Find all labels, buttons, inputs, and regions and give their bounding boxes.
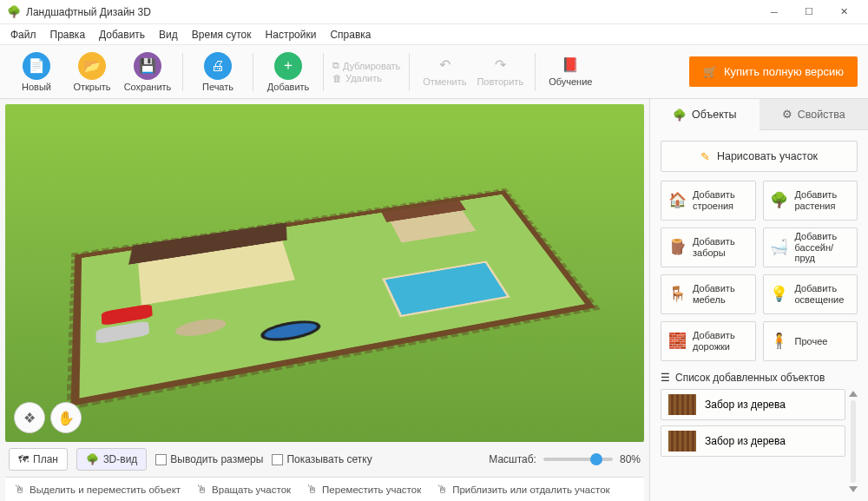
plan-icon: 🗺 [18, 453, 29, 465]
book-icon: 📕 [562, 56, 579, 73]
item-thumb [668, 394, 696, 415]
scroll-down-icon[interactable] [849, 486, 858, 492]
status-move: 🖱Переместить участок [306, 483, 421, 496]
pool [382, 260, 510, 317]
layers-icon: ☰ [661, 372, 670, 384]
house-icon: 🏠 [667, 191, 687, 210]
tree-icon: 🌳 [86, 453, 99, 465]
learn-button[interactable]: 📕Обучение [544, 56, 596, 87]
duplicate-delete-group: ⧉Дублировать 🗑Удалить [332, 60, 400, 83]
duplicate-icon: ⧉ [332, 60, 339, 71]
chair-icon: 🪑 [667, 285, 687, 304]
fence-icon: 🪵 [667, 238, 687, 257]
mouse-icon: 🖱 [14, 483, 25, 496]
trampoline [259, 317, 324, 345]
cat-plants[interactable]: 🌳Добавить растения [763, 181, 858, 221]
cat-pools[interactable]: 🛁Добавить бассейн/пруд [763, 227, 858, 267]
cart-icon: 🛒 [703, 65, 717, 78]
window-title: Ландшафтный Дизайн 3D [26, 6, 757, 18]
3d-canvas[interactable]: ❖ ✋ [5, 104, 644, 442]
menu-add[interactable]: Добавить [92, 29, 152, 41]
viewport-panel: ❖ ✋ 🗺План 🌳3D-вид Выводить размеры Показ… [0, 99, 649, 501]
house [138, 234, 295, 306]
mouse-icon: 🖱 [306, 483, 318, 496]
category-grid: 🏠Добавить строения 🌳Добавить растения 🪵Д… [650, 181, 868, 361]
scroll-track[interactable] [851, 400, 856, 483]
cat-furniture[interactable]: 🪑Добавить мебель [661, 274, 756, 314]
save-button[interactable]: 💾Сохранить [122, 52, 174, 92]
orbit-button[interactable]: ❖ [14, 402, 45, 433]
cat-other[interactable]: 🧍Прочее [763, 321, 858, 361]
show-grid-checkbox[interactable]: Показывать сетку [272, 453, 372, 465]
add-button[interactable]: ＋Добавить [262, 52, 314, 92]
object-list-header: ☰Список добавленных объектов [661, 372, 858, 384]
print-button[interactable]: 🖨Печать [192, 52, 244, 92]
app-icon: 🌳 [7, 5, 21, 19]
delete-button[interactable]: 🗑Удалить [332, 73, 400, 83]
status-rotate: 🖱Вращать участок [196, 483, 291, 496]
tree-icon: 🌳 [770, 191, 789, 210]
menu-settings[interactable]: Настройки [259, 29, 324, 41]
show-dims-checkbox[interactable]: Выводить размеры [155, 453, 263, 465]
tab-objects[interactable]: 🌳Объекты [650, 99, 760, 130]
draw-plot-button[interactable]: ✎Нарисовать участок [661, 141, 858, 172]
cat-buildings[interactable]: 🏠Добавить строения [661, 181, 756, 221]
viewport-tools: ❖ ✋ [14, 402, 82, 433]
sidebar: 🌳Объекты ⚙Свойства ✎Нарисовать участок 🏠… [649, 99, 868, 501]
pencil-icon: ✎ [700, 150, 710, 163]
scroll-up-icon[interactable] [849, 391, 858, 397]
duplicate-button[interactable]: ⧉Дублировать [332, 60, 400, 71]
menu-file[interactable]: Файл [3, 29, 43, 41]
mouse-icon: 🖱 [437, 483, 448, 496]
shed [389, 207, 477, 242]
status-select: 🖱Выделить и переместить объект [14, 483, 181, 496]
hand-icon: ✋ [57, 410, 75, 426]
tab-properties[interactable]: ⚙Свойства [760, 99, 869, 130]
open-button[interactable]: 📂Открыть [66, 52, 118, 92]
other-icon: 🧍 [770, 332, 789, 351]
sidebar-tabs: 🌳Объекты ⚙Свойства [650, 99, 868, 130]
scale-value: 80% [620, 453, 641, 465]
view-controls: 🗺План 🌳3D-вид Выводить размеры Показыват… [5, 445, 644, 473]
mouse-icon: 🖱 [196, 483, 207, 496]
lamp-icon: 💡 [770, 285, 789, 304]
list-item[interactable]: Забор из дерева [661, 425, 845, 457]
item-thumb [668, 431, 696, 452]
titlebar: 🌳 Ландшафтный Дизайн 3D ─ ☐ ✕ [0, 0, 868, 24]
maximize-button[interactable]: ☐ [792, 0, 826, 24]
cat-lighting[interactable]: 💡Добавить освещение [763, 274, 858, 314]
undo-icon: ↶ [439, 56, 450, 73]
scale-label: Масштаб: [489, 453, 536, 465]
buy-button[interactable]: 🛒Купить полную версию [689, 56, 858, 87]
status-zoom: 🖱Приблизить или отдалить участок [437, 483, 609, 496]
statusbar: 🖱Выделить и переместить объект 🖱Вращать … [5, 477, 644, 501]
cat-paths[interactable]: 🧱Добавить дорожки [661, 321, 756, 361]
new-button[interactable]: 📄Новый [10, 52, 62, 92]
menu-edit[interactable]: Правка [43, 29, 93, 41]
trash-icon: 🗑 [332, 73, 342, 83]
undo-button[interactable]: ↶Отменить [418, 56, 470, 87]
redo-icon: ↷ [495, 56, 506, 73]
bricks-icon: 🧱 [667, 332, 687, 351]
menu-time[interactable]: Время суток [185, 29, 259, 41]
fountain [174, 316, 227, 339]
redo-button[interactable]: ↷Повторить [474, 56, 526, 87]
scale-slider[interactable] [543, 458, 613, 461]
menu-view[interactable]: Вид [152, 29, 185, 41]
plot [71, 190, 596, 406]
objects-icon: 🌳 [673, 109, 687, 122]
pan-button[interactable]: ✋ [50, 402, 82, 433]
toolbar: 📄Новый 📂Открыть 💾Сохранить 🖨Печать ＋Доба… [0, 45, 868, 99]
cat-fences[interactable]: 🪵Добавить заборы [661, 227, 756, 267]
menu-help[interactable]: Справка [323, 29, 378, 41]
list-item[interactable]: Забор из дерева [661, 389, 845, 420]
minimize-button[interactable]: ─ [757, 0, 792, 24]
gear-icon: ⚙ [782, 108, 792, 121]
list-scrollbar[interactable] [845, 389, 858, 494]
menubar: Файл Правка Добавить Вид Время суток Нас… [0, 24, 868, 45]
orbit-icon: ❖ [23, 410, 36, 426]
3d-view-button[interactable]: 🌳3D-вид [76, 448, 147, 471]
object-list: Забор из дерева Забор из дерева [661, 389, 858, 494]
close-button[interactable]: ✕ [826, 0, 861, 24]
plan-view-button[interactable]: 🗺План [9, 448, 68, 471]
